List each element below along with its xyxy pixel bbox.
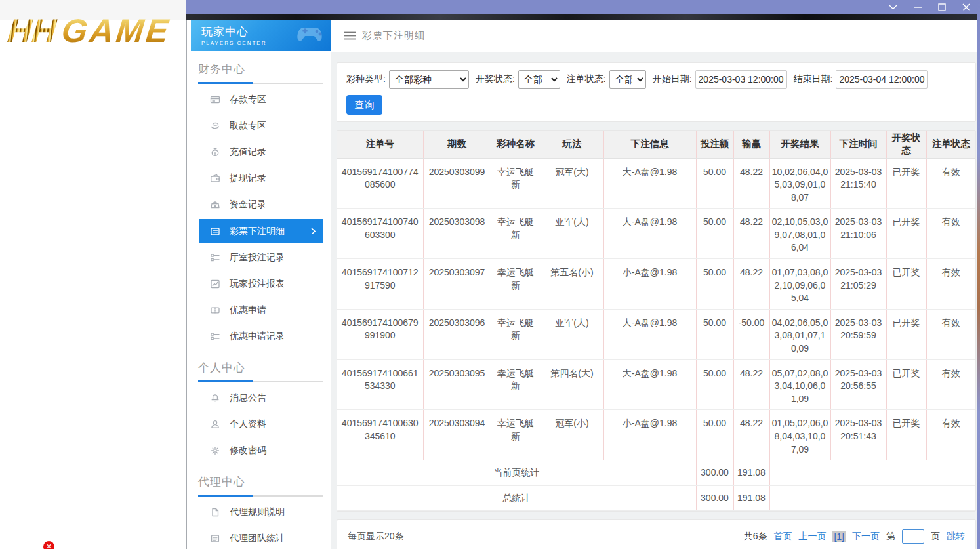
sidebar-item[interactable]: 存款专区	[187, 87, 331, 113]
cell-order-status: 有效	[926, 309, 975, 359]
first-page-link[interactable]: 首页	[773, 531, 792, 542]
sidebar-item[interactable]: 代理规则说明	[187, 499, 331, 525]
column-header: 开奖结果	[769, 131, 830, 158]
sidebar-item[interactable]: 优惠申请记录	[187, 323, 331, 350]
screen: HHGAME ✕ 玩家中心 P	[0, 0, 980, 549]
cell-lottery-name: 幸运飞艇新	[491, 209, 541, 259]
order-status-label: 注单状态:	[567, 73, 606, 85]
room-list-icon	[210, 253, 220, 263]
ticket-list-icon	[210, 226, 220, 237]
cell-period: 20250303096	[423, 309, 491, 359]
cell-order-no: 401569174100774085600	[337, 158, 423, 209]
logo-header: HHGAME	[0, 0, 186, 62]
sidebar-item[interactable]: 玩家投注报表	[187, 271, 331, 297]
column-header: 期数	[423, 131, 491, 158]
jump-page-input[interactable]	[902, 529, 924, 544]
sidebar-item-label: 优惠申请	[230, 304, 266, 316]
sidebar-header: 玩家中心 PLAYERS CENTER	[191, 20, 331, 51]
summary-label: 总统计	[337, 485, 696, 511]
maximize-icon[interactable]	[937, 3, 947, 12]
document-icon	[210, 507, 220, 518]
start-date-label: 开始日期:	[653, 73, 692, 85]
section-divider	[198, 495, 323, 497]
close-icon[interactable]	[961, 3, 971, 12]
bell-icon	[210, 393, 220, 403]
app-body: 玩家中心 PLAYERS CENTER 财务中心存款专区取款专区充值记录提现记录…	[186, 20, 980, 549]
sidebar-item[interactable]: 取款专区	[187, 113, 331, 139]
cell-play-type: 第五名(小)	[541, 259, 603, 310]
minimize-icon[interactable]	[912, 3, 922, 12]
bet-table-row: 40156917410063034561020250303094幸运飞艇新冠军(…	[337, 410, 975, 460]
report-chart-icon	[210, 279, 220, 289]
cell-draw-status: 已开奖	[886, 158, 926, 209]
cell-bet-info: 小-A盘@1.98	[603, 259, 696, 310]
sidebar-item-label: 代理团队统计	[230, 533, 285, 544]
sidebar-section: 财务中心存款专区取款专区充值记录提现记录资金记录彩票下注明细厅室投注记录玩家投注…	[187, 51, 331, 350]
chevron-down-icon[interactable]	[888, 3, 898, 12]
lottery-type-select[interactable]: 全部彩种	[389, 70, 469, 89]
start-date-input[interactable]	[695, 70, 787, 89]
cell-play-type: 第四名(大)	[541, 359, 603, 410]
summary-label: 当前页统计	[337, 460, 696, 486]
jump-prefix-text: 第	[886, 531, 895, 542]
sidebar-item-active[interactable]: 彩票下注明细	[199, 219, 323, 243]
jump-button[interactable]: 跳转	[947, 531, 965, 542]
wallet-icon	[210, 173, 220, 184]
search-button[interactable]: 查询	[346, 95, 382, 115]
cell-bet-time: 2025-03-03 20:56:55	[830, 359, 886, 410]
column-header: 输赢	[733, 131, 769, 158]
cell-lottery-name: 幸运飞艇新	[491, 410, 541, 460]
summary-bet-total: 300.00	[696, 460, 733, 486]
filter-lottery-type: 彩种类型: 全部彩种	[346, 70, 469, 89]
sidebar-item-label: 代理规则说明	[230, 506, 285, 518]
sidebar-item[interactable]: 资金记录	[187, 192, 331, 218]
order-status-select[interactable]: 全部	[609, 70, 646, 89]
column-header: 玩法	[541, 131, 603, 158]
error-x-icon[interactable]: ✕	[43, 541, 54, 549]
cell-order-no: 401569174100630345610	[337, 410, 423, 460]
cell-bet-time: 2025-03-03 20:51:43	[830, 410, 886, 460]
filter-end-date: 结束日期:	[794, 70, 928, 89]
sidebar-item[interactable]: 提现记录	[187, 165, 331, 192]
pager: 共6条 首页 上一页 [1] 下一页 第 页 跳转	[744, 529, 965, 544]
content-area: 彩种类型: 全部彩种 开奖状态: 全部	[331, 52, 980, 549]
cell-win-loss: 48.22	[733, 359, 769, 410]
gear-icon	[210, 445, 220, 456]
sidebar-item[interactable]: 个人资料	[187, 411, 331, 437]
cell-lottery-name: 幸运飞艇新	[491, 158, 541, 209]
sidebar-item[interactable]: 厅室投注记录	[187, 245, 331, 271]
sidebar-item[interactable]: 修改密码	[187, 437, 331, 464]
sidebar-item[interactable]: 代理团队统计	[187, 525, 331, 549]
filter-draw-status: 开奖状态: 全部	[476, 70, 560, 89]
cell-draw-result: 01,05,02,06,08,04,03,10,07,09	[769, 410, 830, 460]
cell-draw-status: 已开奖	[886, 410, 926, 460]
cell-play-type: 冠军(大)	[541, 158, 603, 209]
cell-draw-status: 已开奖	[886, 259, 926, 310]
table-header-row: 注单号期数彩种名称玩法下注信息投注额输赢开奖结果下注时间开奖状态注单状态	[337, 131, 975, 158]
sidebar-item[interactable]: 优惠申请	[187, 297, 331, 323]
sidebar-item[interactable]: 消息公告	[187, 385, 331, 411]
cell-order-status: 有效	[926, 259, 975, 310]
prev-page-link[interactable]: 上一页	[798, 531, 826, 542]
cell-bet-amount: 50.00	[696, 359, 733, 410]
cell-bet-info: 小-A盘@1.98	[603, 410, 696, 460]
summary-empty	[769, 460, 975, 486]
cell-win-loss: 48.22	[733, 259, 769, 310]
news-icon	[210, 533, 220, 544]
cell-order-no: 401569174100712917590	[337, 259, 423, 310]
cell-bet-amount: 50.00	[696, 209, 733, 259]
sidebar-section-label: 个人中心	[198, 360, 331, 375]
sidebar-item-label: 厅室投注记录	[230, 252, 285, 264]
sidebar-item[interactable]: 充值记录	[187, 139, 331, 165]
page-title: 彩票下注明细	[362, 30, 425, 42]
next-page-link[interactable]: 下一页	[852, 531, 880, 542]
end-date-label: 结束日期:	[794, 73, 833, 85]
column-header: 下注信息	[603, 131, 696, 158]
logo-game-text: GAME	[60, 12, 173, 49]
draw-status-select[interactable]: 全部	[518, 70, 560, 89]
column-header: 投注额	[696, 131, 733, 158]
end-date-input[interactable]	[836, 70, 928, 89]
hamburger-icon[interactable]	[344, 31, 356, 40]
main-content: 彩票下注明细 彩种类型: 全部彩种	[331, 20, 980, 549]
column-header: 彩种名称	[491, 131, 541, 158]
